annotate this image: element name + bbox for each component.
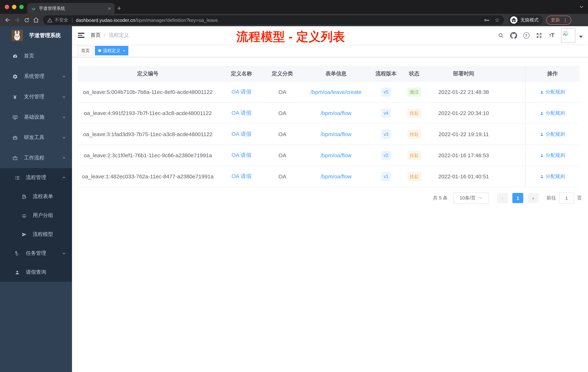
maximize-window-button[interactable] <box>19 5 24 9</box>
tab-search-chevron-icon[interactable] <box>579 5 584 9</box>
font-size-icon[interactable]: TT <box>547 31 556 40</box>
form-link[interactable]: /bpm/oa/flow <box>321 110 351 116</box>
sidebar-menu: 首页 系统管理 ¥ 支付管理 <box>0 44 72 282</box>
tab-close-icon[interactable]: × <box>108 5 111 11</box>
incognito-badge: 无痕模式 <box>508 15 543 25</box>
goto-label: 前往 <box>546 195 556 201</box>
breadcrumb-home-link[interactable]: 首页 <box>91 32 101 39</box>
avatar[interactable] <box>561 28 575 42</box>
sidebar-logo[interactable]: 芋道管理系统 <box>0 26 72 44</box>
sidebar-item-leave-query[interactable]: 请假查询 <box>0 263 72 282</box>
home-icon[interactable] <box>31 15 41 25</box>
tags-view-bar: 首页 流程定义 × <box>72 44 588 57</box>
url-path: /bpm/manager/definition?key=oa_leave <box>135 17 218 23</box>
url-text[interactable]: dashboard.yudao.iocoder.cn/bpm/manager/d… <box>76 17 480 23</box>
briefcase-icon <box>12 155 18 161</box>
next-page-button[interactable]: › <box>528 193 538 203</box>
definition-category: OA <box>265 102 300 124</box>
browser-update-button[interactable]: 更新 ⋮ <box>546 15 571 25</box>
table-row: oa_leave:1:482ec033-762a-11ec-8477-a2380… <box>78 166 580 187</box>
sidebar-item-label: 首页 <box>24 53 66 59</box>
form-edit-icon <box>21 194 27 199</box>
close-window-button[interactable] <box>5 5 9 9</box>
bookmark-star-icon[interactable]: ☆ <box>495 17 500 23</box>
form-link[interactable]: /bpm/oa/flow <box>321 131 351 137</box>
sidebar-item-label: 流程模型 <box>33 231 66 238</box>
assign-rule-link[interactable]: 分配规则 <box>540 110 565 116</box>
sidebar-collapse-icon[interactable] <box>78 32 85 39</box>
back-icon[interactable] <box>3 15 12 25</box>
form-link[interactable]: /bpm/oa/flow <box>321 173 351 179</box>
version-badge: v1 <box>381 172 390 181</box>
app-root: 芋道管理系统 首页 系统管理 ¥ 支付管 <box>0 26 588 372</box>
sidebar-item-home[interactable]: 首页 <box>0 46 72 66</box>
sidebar-item-process-model[interactable]: 流程模型 <box>0 225 72 244</box>
page-size-select[interactable]: 10条/页 <box>453 193 489 203</box>
update-label[interactable]: 更新 <box>551 17 560 23</box>
password-key-icon[interactable] <box>483 17 490 23</box>
monitor-icon <box>12 114 18 120</box>
definition-id: oa_leave:2:3c1f0ef1-76b1-11ec-9c66-a2380… <box>78 145 218 166</box>
new-tab-button[interactable]: + <box>117 4 121 13</box>
reload-icon[interactable] <box>22 15 31 25</box>
definition-name-link[interactable]: OA 请假 <box>231 173 252 179</box>
prev-page-button[interactable]: ‹ <box>497 193 508 203</box>
sidebar: 芋道管理系统 首页 系统管理 ¥ 支付管 <box>0 26 72 372</box>
caret-down-icon[interactable] <box>579 35 583 38</box>
tag-close-icon[interactable]: × <box>123 49 125 53</box>
assign-rule-link[interactable]: 分配规则 <box>540 152 565 159</box>
sidebar-item-process-form[interactable]: 流程表单 <box>0 187 72 206</box>
url-host: dashboard.yudao.iocoder.cn <box>76 17 135 23</box>
sidebar-submenu-workflow: 流程管理 流程表单 用户分组 <box>0 168 72 282</box>
toolbox-icon <box>12 135 18 140</box>
help-icon[interactable]: ? <box>522 31 531 40</box>
tag-home[interactable]: 首页 <box>78 46 93 55</box>
gear-icon <box>12 74 18 79</box>
assign-rule-link[interactable]: 分配规则 <box>540 89 565 95</box>
security-warning-icon[interactable] <box>47 18 52 22</box>
sidebar-item-devtools[interactable]: 研发工具 <box>0 127 72 148</box>
forward-icon[interactable] <box>12 15 22 25</box>
definition-category: OA <box>265 124 300 145</box>
page-unit-label: 页 <box>577 195 582 201</box>
sidebar-item-infra[interactable]: 基础设施 <box>0 107 72 127</box>
form-link[interactable]: /bpm/oa/leave/create <box>311 89 361 95</box>
version-badge: v5 <box>381 88 390 96</box>
goto-page-input[interactable]: 1 <box>559 193 574 203</box>
definition-name-link[interactable]: OA 请假 <box>231 152 252 158</box>
sidebar-item-task-mgmt[interactable]: 任务管理 <box>0 244 72 263</box>
tag-label: 首页 <box>81 46 90 55</box>
sidebar-item-user-group[interactable]: 用户分组 <box>0 206 72 225</box>
browser-tab[interactable]: 芋道管理系统 × <box>27 3 115 14</box>
main-area: 流程模型 - 定义列表 首页 / 流程定义 ? <box>72 26 588 372</box>
tag-process-definition[interactable]: 流程定义 × <box>95 46 128 55</box>
form-link[interactable]: /bpm/oa/flow <box>321 152 351 158</box>
github-icon[interactable] <box>509 31 518 40</box>
definition-category: OA <box>265 145 300 166</box>
favicon-plant-icon <box>31 6 36 11</box>
assign-rule-link[interactable]: 分配规则 <box>540 131 565 137</box>
table-row: oa_leave:3:1fad3d93-7b75-11ec-a3c8-acde4… <box>78 124 580 145</box>
security-label[interactable]: 不安全 <box>54 17 68 23</box>
chevron-down-icon <box>62 135 66 140</box>
assign-rule-link[interactable]: 分配规则 <box>540 173 565 180</box>
deploy-time: 2022-01-22 20:34:10 <box>429 102 499 124</box>
sidebar-item-process-mgmt[interactable]: 流程管理 <box>0 168 72 187</box>
fullscreen-icon[interactable] <box>535 31 543 40</box>
definition-name-link[interactable]: OA 请假 <box>231 88 252 95</box>
annotation-title: 流程模型 - 定义列表 <box>236 29 345 45</box>
definition-category: OA <box>265 81 300 102</box>
definition-name-link[interactable]: OA 请假 <box>231 131 252 137</box>
sidebar-item-system[interactable]: 系统管理 <box>0 66 72 87</box>
page-number-1[interactable]: 1 <box>512 193 523 203</box>
definition-name-link[interactable]: OA 请假 <box>231 109 252 116</box>
minimize-window-button[interactable] <box>12 5 16 9</box>
incognito-icon <box>510 16 518 24</box>
sidebar-item-workflow[interactable]: 工作流程 <box>0 148 72 168</box>
definition-category: OA <box>265 166 300 187</box>
search-icon[interactable] <box>496 31 505 40</box>
browser-menu-icon[interactable]: ⋮ <box>563 17 568 23</box>
sidebar-item-payment[interactable]: ¥ 支付管理 <box>0 87 72 107</box>
sidebar-item-label: 工作流程 <box>24 155 62 161</box>
address-bar[interactable]: 不安全 dashboard.yudao.iocoder.cn/bpm/manag… <box>43 15 504 25</box>
